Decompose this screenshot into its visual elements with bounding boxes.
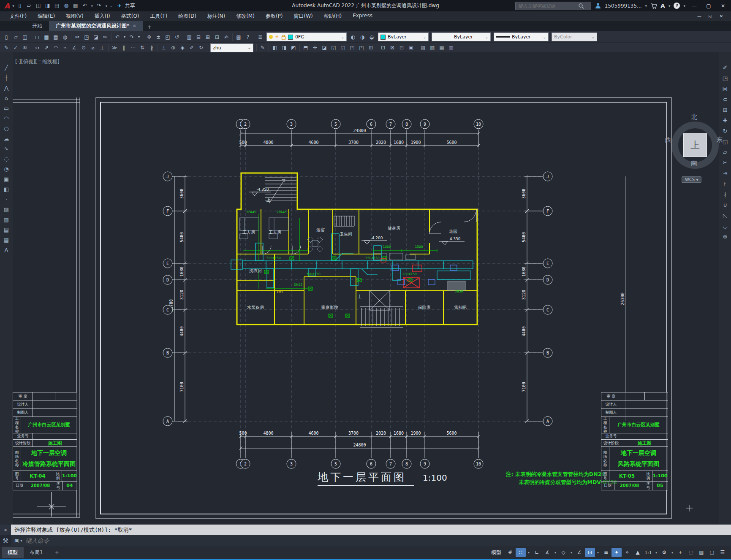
command-options-caret-icon[interactable]: ▾	[20, 539, 22, 543]
tool-palettes-icon[interactable]: ⊞	[203, 33, 212, 41]
solid-tool-18-icon[interactable]: ▦	[437, 43, 446, 52]
join-icon[interactable]: ∪	[720, 200, 730, 209]
copy-icon[interactable]: ◳	[720, 74, 730, 83]
doc-restore-button[interactable]: ◱	[705, 13, 716, 20]
customization-icon[interactable]: ☰	[717, 548, 728, 557]
compass-west-label[interactable]: 西	[665, 136, 671, 144]
line-icon[interactable]: ╱	[2, 63, 11, 72]
undo-caret-icon[interactable]: ▾	[122, 33, 127, 41]
solid-tool-15-icon[interactable]: ▣	[406, 43, 416, 52]
fillet-icon[interactable]: ◡	[720, 222, 730, 230]
solid-tool-17-icon[interactable]: ▧	[428, 43, 437, 52]
menu-tools[interactable]: 工具(T)	[145, 11, 173, 21]
print-icon[interactable]: ▦	[71, 1, 80, 10]
move-icon[interactable]: ✚	[720, 116, 730, 125]
create-block-icon[interactable]: ◧	[2, 185, 11, 194]
annotation-autoscale-icon[interactable]: ✧	[622, 548, 632, 557]
polar-tracking-icon[interactable]: ∡	[542, 548, 552, 557]
dimension-break-icon[interactable]: ∦	[147, 43, 156, 52]
compass-north-label[interactable]: 北	[691, 113, 697, 121]
brush-tool-icon[interactable]: ✎	[258, 43, 267, 52]
menu-express[interactable]: Express	[347, 11, 378, 21]
viewport-controls[interactable]: [-][俯视][二维线框]	[15, 58, 59, 65]
account-caret-icon[interactable]: ▾	[645, 4, 647, 8]
copy-clip-icon[interactable]: ◳	[82, 33, 91, 41]
tolerance-icon[interactable]: ±	[159, 43, 168, 52]
app-store-cart-icon[interactable]	[650, 3, 657, 9]
help-icon[interactable]: ?	[674, 3, 680, 9]
isolate-objects-icon[interactable]: ◌	[686, 548, 696, 557]
compass-east-label[interactable]: 东	[716, 136, 723, 144]
properties-palette-icon[interactable]: ▥	[185, 33, 194, 41]
annotation-monitor-icon[interactable]: +	[675, 548, 685, 557]
spline-icon[interactable]: ∿	[2, 144, 11, 153]
ordinate-dimension-icon[interactable]: ⊥	[98, 43, 107, 52]
sheet-set-icon[interactable]: ⊡	[212, 33, 222, 41]
gradient-icon[interactable]: ▥	[2, 215, 11, 224]
undo-icon[interactable]: ↶	[80, 1, 90, 10]
region-icon[interactable]: ▤	[2, 225, 11, 234]
solid-tool-11-icon[interactable]: ⊞	[366, 43, 375, 52]
linetype-combo-caret-icon[interactable]: ⌄	[485, 35, 488, 39]
tab-layout1[interactable]: 布局1	[24, 547, 49, 558]
object-snap-icon[interactable]: ⊡	[585, 548, 595, 557]
aligned-dimension-icon[interactable]: ⇗	[42, 43, 51, 52]
share-label[interactable]: 共享	[125, 2, 135, 9]
lineweight-display-icon[interactable]: ≡	[601, 548, 611, 557]
match-properties-icon[interactable]: ✑	[101, 33, 110, 41]
erase-icon[interactable]: ✐	[720, 63, 730, 72]
solid-tool-6-icon[interactable]: ◪	[320, 43, 329, 52]
snap-caret-icon[interactable]: ▾	[526, 548, 531, 557]
qat-menu-caret-icon[interactable]: ⌄	[109, 2, 114, 10]
solid-tool-7-icon[interactable]: ◲	[329, 43, 338, 52]
compass-south-label[interactable]: 南	[691, 160, 697, 168]
undo-icon[interactable]: ↶	[113, 33, 122, 41]
inspection-icon[interactable]: ◈	[178, 43, 187, 52]
menu-modify[interactable]: 修改(M)	[231, 11, 260, 21]
layer-previous-icon[interactable]: ◒	[367, 33, 376, 41]
design-center-icon[interactable]: ⊟	[194, 33, 203, 41]
solid-tool-19-icon[interactable]: ▥	[446, 43, 456, 52]
command-input[interactable]	[24, 537, 237, 544]
point-icon[interactable]: ·	[2, 195, 11, 204]
polar-caret-icon[interactable]: ▾	[553, 548, 558, 557]
workspace-icon[interactable]: ⚙	[659, 548, 669, 557]
cut-icon[interactable]: ✂	[73, 33, 82, 41]
rotate-icon[interactable]: ↻	[720, 127, 730, 135]
tab-close-icon[interactable]: ✕	[133, 24, 136, 28]
close-button[interactable]: ✕	[717, 2, 728, 10]
menu-help[interactable]: 帮助(H)	[318, 11, 347, 21]
revision-cloud-icon[interactable]: ☁	[2, 134, 11, 143]
menu-edit[interactable]: 编辑(E)	[32, 11, 60, 21]
layer-combo[interactable]: ☀ 0FG ⌄	[266, 32, 347, 41]
circle-icon[interactable]: ○	[2, 124, 11, 133]
zoom-realtime-icon[interactable]: ±	[154, 33, 163, 41]
menu-format[interactable]: 格式(O)	[116, 11, 145, 21]
workspace-caret-icon[interactable]: ▾	[670, 548, 675, 557]
osnap-tracking-icon[interactable]: ∠	[574, 548, 584, 557]
annotation-scale-caret-icon[interactable]: ▾	[654, 548, 659, 557]
user-icon[interactable]	[595, 3, 601, 9]
isodraft-caret-icon[interactable]: ▾	[569, 548, 574, 557]
dimension-space-icon[interactable]: ⇅	[138, 43, 147, 52]
tab-model[interactable]: 模型	[2, 547, 24, 558]
menu-draw[interactable]: 绘图(D)	[173, 11, 202, 21]
color-combo-caret-icon[interactable]: ⌄	[423, 35, 426, 39]
insert-block-icon[interactable]: ▣	[2, 175, 11, 184]
autodesk-caret-icon[interactable]: ▾	[668, 4, 671, 8]
color-combo[interactable]: ByLayer ⌄	[378, 32, 429, 41]
annotation-scale-label[interactable]: 1:1	[643, 548, 653, 557]
save-icon[interactable]: ◫	[20, 33, 30, 41]
redo-icon[interactable]: ↷	[95, 1, 104, 10]
help-icon[interactable]: ?	[243, 33, 253, 41]
graphics-performance-icon[interactable]: ▧	[696, 548, 707, 557]
redo-icon[interactable]: ↷	[127, 33, 136, 41]
autocad-logo-icon[interactable]: A	[3, 2, 11, 10]
minimize-button[interactable]: —	[689, 2, 700, 10]
solid-tool-1-icon[interactable]: ◧	[270, 43, 280, 52]
solid-tool-13-icon[interactable]: ⊠	[388, 43, 397, 52]
solid-tool-5-icon[interactable]: ✛	[310, 43, 320, 52]
solid-tool-3-icon[interactable]: ◩	[289, 43, 298, 52]
menu-insert[interactable]: 插入(I)	[89, 11, 116, 21]
search-input[interactable]	[517, 3, 578, 9]
